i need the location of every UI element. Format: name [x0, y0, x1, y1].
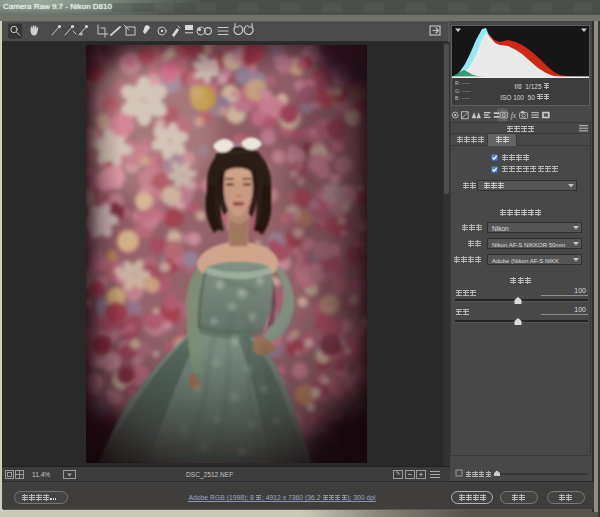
svg-text:fx: fx	[511, 111, 517, 120]
svg-text:11.4%: 11.4%	[32, 471, 50, 478]
svg-text:DSC_2512.NEF: DSC_2512.NEF	[186, 471, 233, 479]
